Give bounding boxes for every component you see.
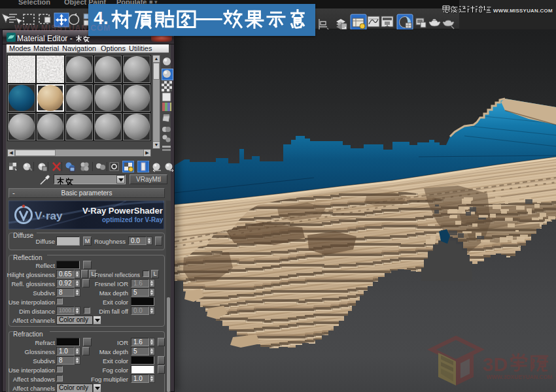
svg-text:V-Ray PowerShader: V-Ray PowerShader [82,206,163,216]
svg-text:WWW.3DXUEYUAN.COM: WWW.3DXUEYUAN.COM [487,374,553,380]
svg-text:optimized for V-Ray: optimized for V-Ray [102,216,164,223]
svg-text:V·ray: V·ray [35,210,63,222]
svg-text:3D: 3D [483,353,508,375]
